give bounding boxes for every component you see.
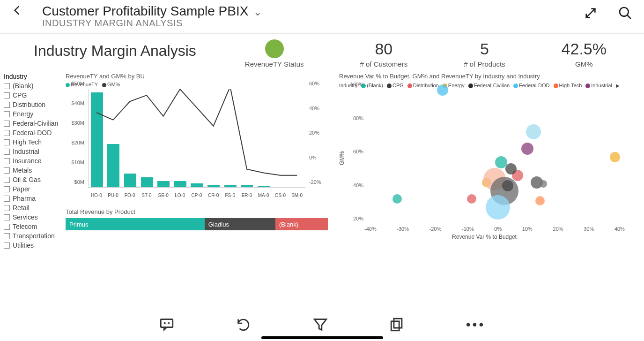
report-title[interactable]: Customer Profitability Sample PBIX	[42, 4, 248, 19]
bar[interactable]	[174, 181, 186, 187]
slicer-item[interactable]: Industrial	[4, 147, 66, 156]
legend-item[interactable]: Federal-DOD	[513, 83, 549, 88]
kpi-gm[interactable]: 42.5% GM%	[562, 40, 607, 68]
slicer-item[interactable]: Energy	[4, 109, 66, 119]
scatter-bubble[interactable]	[502, 180, 513, 191]
treemap-segment[interactable]: Gladius	[205, 218, 275, 230]
comment-icon[interactable]	[159, 317, 175, 333]
slicer-item[interactable]: CPG	[4, 91, 66, 100]
treemap-title: Total Revenue by Product	[66, 208, 328, 215]
bar[interactable]	[241, 185, 253, 187]
scatter-bubble[interactable]	[437, 84, 448, 96]
checkbox[interactable]	[4, 167, 10, 174]
legend-item[interactable]: Distribution	[407, 83, 439, 88]
checkbox[interactable]	[4, 224, 10, 230]
checkbox[interactable]	[4, 111, 10, 117]
checkbox[interactable]	[4, 149, 10, 155]
bar[interactable]	[191, 183, 203, 187]
kpi-value: 5	[464, 40, 505, 58]
x-tick: 40%	[614, 226, 625, 232]
treemap-segment[interactable]: Primus	[66, 218, 205, 230]
scatter-bubble[interactable]	[540, 180, 547, 188]
search-icon[interactable]	[618, 6, 633, 21]
x-tick: FO-0	[124, 193, 136, 198]
checkbox[interactable]	[4, 83, 10, 89]
slicer-item[interactable]: Telecom	[4, 222, 66, 231]
bar[interactable]	[141, 177, 153, 187]
scatter-bubble[interactable]	[610, 152, 620, 162]
kpi-revenue-status[interactable]: RevenueTY Status	[245, 39, 304, 68]
checkbox[interactable]	[4, 92, 10, 99]
checkbox[interactable]	[4, 233, 10, 239]
legend-item[interactable]: (Blank)	[361, 83, 383, 88]
bar[interactable]	[124, 174, 136, 187]
svg-point-5	[168, 323, 169, 323]
checkbox[interactable]	[4, 139, 10, 145]
scatter-bubble[interactable]	[392, 194, 402, 204]
legend-scroll-right-icon[interactable]: ▶	[616, 83, 620, 88]
bar[interactable]	[224, 185, 237, 187]
scatter-bubble[interactable]	[486, 195, 510, 220]
scatter-bubble[interactable]	[526, 124, 541, 139]
slicer-item[interactable]: Services	[4, 212, 66, 222]
slicer-item[interactable]: Utilities	[4, 241, 66, 250]
industry-slicer[interactable]: Industry (Blank)CPGDistributionEnergyFed…	[0, 73, 66, 250]
slicer-item[interactable]: (Blank)	[4, 81, 66, 91]
svg-rect-3	[161, 319, 173, 327]
svg-rect-7	[394, 318, 402, 328]
scatter-bubble[interactable]	[467, 194, 476, 204]
slicer-item[interactable]: Oil & Gas	[4, 175, 66, 184]
checkbox[interactable]	[4, 177, 10, 183]
checkbox[interactable]	[4, 158, 10, 164]
checkbox[interactable]	[4, 121, 10, 127]
slicer-item[interactable]: Federal-Civilian	[4, 119, 66, 128]
legend-item[interactable]: High Tech	[554, 83, 582, 88]
expand-icon[interactable]	[583, 6, 598, 21]
checkbox[interactable]	[4, 214, 10, 220]
checkbox[interactable]	[4, 102, 10, 108]
slicer-item[interactable]: Distribution	[4, 100, 66, 109]
slicer-item[interactable]: Transportation	[4, 231, 66, 241]
checkbox[interactable]	[4, 186, 10, 192]
legend-item[interactable]: Industrial	[585, 83, 612, 88]
slicer-item[interactable]: Metals	[4, 166, 66, 175]
kpi-customers[interactable]: 80 # of Customers	[360, 40, 407, 68]
filter-icon[interactable]	[312, 317, 328, 333]
svg-rect-8	[391, 321, 399, 331]
slicer-item[interactable]: Insurance	[4, 156, 66, 166]
slicer-item-label: High Tech	[13, 138, 42, 146]
checkbox[interactable]	[4, 130, 10, 136]
checkbox[interactable]	[4, 242, 10, 249]
slicer-item[interactable]: Paper	[4, 184, 66, 194]
slicer-item[interactable]: High Tech	[4, 137, 66, 147]
checkbox[interactable]	[4, 205, 10, 211]
copy-icon[interactable]	[389, 317, 405, 333]
scatter-chart[interactable]: GM% 20%40%60%80%100% -40%-30%-20%-10%0%1…	[339, 90, 629, 240]
scatter-bubble[interactable]	[535, 196, 545, 205]
x-tick: LO-0	[174, 193, 186, 198]
treemap-chart[interactable]: PrimusGladius(Blank)	[66, 218, 328, 230]
x-tick: ST-0	[141, 193, 153, 198]
undo-icon[interactable]	[236, 317, 252, 333]
treemap-segment[interactable]: (Blank)	[275, 218, 328, 230]
slicer-item[interactable]: Federal-DOD	[4, 128, 66, 137]
legend-item[interactable]: CPG	[387, 83, 404, 88]
back-button[interactable]	[11, 4, 28, 19]
checkbox[interactable]	[4, 196, 10, 202]
scatter-bubble[interactable]	[505, 163, 517, 174]
more-icon[interactable]: •••	[466, 317, 485, 333]
bar[interactable]	[157, 181, 170, 187]
bar[interactable]	[91, 92, 103, 187]
bar-chart[interactable]: $0M$10M$20M$30M$40M$50M -20%0%20%40%60% …	[66, 89, 328, 202]
kpi-products[interactable]: 5 # of Products	[464, 40, 505, 68]
scatter-bubble[interactable]	[521, 143, 533, 155]
slicer-item[interactable]: Pharma	[4, 194, 66, 203]
bar[interactable]	[207, 185, 220, 187]
bar[interactable]	[107, 144, 119, 187]
chevron-down-icon[interactable]: ⌄	[253, 6, 262, 18]
page-subtitle: INDUSTRY MARGIN ANALYSIS	[42, 18, 262, 29]
legend-item[interactable]: Federal-Civilian	[468, 83, 510, 88]
svg-point-4	[164, 323, 165, 323]
slicer-item[interactable]: Retail	[4, 203, 66, 212]
bar[interactable]	[258, 186, 270, 187]
